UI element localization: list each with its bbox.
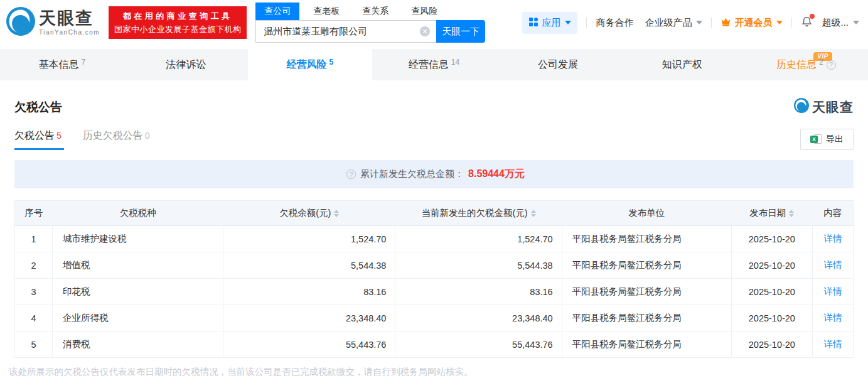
summary-banner: ? 累计新发生欠税总金额： 8.59444万元 bbox=[14, 160, 854, 188]
help-icon[interactable]: ? bbox=[346, 170, 356, 179]
search-area: 查公司 查老板 查关系 查风险 ✕ 天眼一下 bbox=[255, 3, 485, 43]
tab-intellectual-property[interactable]: 知识产权 bbox=[620, 49, 744, 80]
search-button[interactable]: 天眼一下 bbox=[436, 20, 485, 43]
nav-enterprise-products[interactable]: 企业级产品 bbox=[645, 17, 702, 29]
bell-icon bbox=[801, 19, 813, 30]
summary-label: 累计新发生欠税总金额： bbox=[360, 168, 464, 180]
col-header-balance[interactable]: 欠税余额(元) bbox=[223, 201, 395, 226]
search-tab-risk[interactable]: 查风险 bbox=[402, 3, 446, 20]
col-header-tax-type: 欠税税种 bbox=[53, 201, 223, 226]
cell-no: 3 bbox=[15, 279, 53, 305]
tab-basic-info[interactable]: 基本信息7 bbox=[0, 49, 124, 80]
top-header: 天眼查 TianYanCha.com 都在用的商业查询工具 国家中小企业发展子基… bbox=[0, 0, 868, 49]
promo-banner: 都在用的商业查询工具 国家中小企业发展子基金旗下机构 bbox=[109, 6, 247, 39]
brand-name: 天眼查 bbox=[39, 10, 100, 27]
excel-icon: X bbox=[810, 134, 822, 144]
detail-link[interactable]: 详情 bbox=[823, 260, 842, 270]
sort-icon[interactable] bbox=[531, 210, 536, 217]
cell-publisher: 平阳县税务局鳌江税务分局 bbox=[562, 331, 731, 358]
cell-balance: 83.16 bbox=[223, 279, 395, 305]
chevron-down-icon bbox=[853, 21, 859, 24]
disclaimer-note: 该处所展示的欠税公告仅代表发布日期时的欠税情况，当前该公司是否已完成税款缴交，请… bbox=[9, 366, 854, 378]
sort-icon[interactable] bbox=[334, 210, 339, 217]
cell-date: 2025-10-20 bbox=[731, 252, 812, 279]
chevron-down-icon bbox=[776, 21, 783, 24]
promo-line1: 都在用的商业查询工具 bbox=[123, 11, 233, 22]
cell-publisher: 平阳县税务局鳌江税务分局 bbox=[562, 226, 731, 252]
search-tabs: 查公司 查老板 查关系 查风险 bbox=[255, 3, 485, 20]
export-button[interactable]: X 导出 bbox=[800, 129, 854, 150]
col-header-date[interactable]: 发布日期 bbox=[731, 201, 812, 226]
cell-tax-type: 增值税 bbox=[53, 252, 223, 279]
cell-no: 4 bbox=[15, 305, 53, 331]
cell-new-amount: 23,348.40 bbox=[395, 305, 562, 331]
col-header-new-amount[interactable]: 当前新发生的欠税金额(元) bbox=[395, 201, 562, 226]
table-row: 1 城市维护建设税 1,524.70 1,524.70 平阳县税务局鳌江税务分局… bbox=[15, 226, 854, 252]
detail-link[interactable]: 详情 bbox=[823, 339, 842, 349]
tax-arrears-section: 欠税公告 天眼查 欠税公告5 历史欠税公告0 X 导出 bbox=[0, 80, 868, 378]
table-row: 5 消费税 55,443.76 55,443.76 平阳县税务局鳌江税务分局 2… bbox=[15, 331, 854, 358]
cell-publisher: 平阳县税务局鳌江税务分局 bbox=[562, 305, 731, 331]
subtab-history-arrears[interactable]: 历史欠税公告0 bbox=[83, 129, 150, 150]
tab-operating-risk[interactable]: 经营风险5 bbox=[248, 49, 372, 80]
cell-date: 2025-10-20 bbox=[731, 305, 812, 331]
tianyancha-swirl-icon bbox=[794, 98, 809, 116]
table-row: 3 印花税 83.16 83.16 平阳县税务局鳌江税务分局 2025-10-2… bbox=[15, 279, 854, 305]
top-nav: 应用 商务合作 企业级产品 开通会员 bbox=[522, 12, 859, 34]
cell-balance: 23,348.40 bbox=[223, 305, 395, 331]
brand-domain: TianYanCha.com bbox=[39, 29, 100, 36]
cell-no: 2 bbox=[15, 252, 53, 279]
tab-company-development[interactable]: 公司发展 bbox=[496, 49, 620, 80]
cell-tax-type: 消费税 bbox=[53, 331, 223, 358]
col-header-no: 序号 bbox=[15, 201, 53, 226]
cell-publisher: 平阳县税务局鳌江税务分局 bbox=[562, 252, 731, 279]
cell-tax-type: 企业所得税 bbox=[53, 305, 223, 331]
tax-arrears-table: 序号 欠税税种 欠税余额(元) 当前新发生的欠税金额(元) 发布单位 发布日期 … bbox=[14, 200, 854, 358]
cell-tax-type: 印花税 bbox=[53, 279, 223, 305]
cell-tax-type: 城市维护建设税 bbox=[53, 226, 223, 252]
chevron-down-icon bbox=[696, 21, 702, 24]
detail-link[interactable]: 详情 bbox=[823, 313, 842, 323]
cell-no: 5 bbox=[15, 331, 53, 358]
tab-operating-info[interactable]: 经营信息14 bbox=[372, 49, 496, 80]
tab-legal-proceedings[interactable]: 法律诉讼 bbox=[124, 49, 249, 80]
search-tab-relation[interactable]: 查关系 bbox=[353, 3, 397, 20]
col-header-publisher: 发布单位 bbox=[562, 201, 731, 226]
tianyancha-watermark: 天眼查 bbox=[794, 98, 854, 116]
help-icon[interactable]: ? bbox=[827, 60, 836, 70]
table-row: 2 增值税 5,544.38 5,544.38 平阳县税务局鳌江税务分局 202… bbox=[15, 252, 854, 279]
cell-date: 2025-10-20 bbox=[731, 279, 812, 305]
nav-business-cooperation[interactable]: 商务合作 bbox=[596, 17, 633, 29]
sort-icon[interactable] bbox=[789, 210, 794, 217]
promo-line2: 国家中小企业发展子基金旗下机构 bbox=[114, 24, 242, 35]
chevron-down-icon bbox=[565, 21, 571, 24]
nav-open-vip[interactable]: 开通会员 bbox=[721, 17, 783, 29]
tianyancha-logo[interactable]: 天眼查 TianYanCha.com bbox=[6, 7, 100, 38]
detail-link[interactable]: 详情 bbox=[823, 234, 842, 244]
search-tab-boss[interactable]: 查老板 bbox=[304, 3, 348, 20]
col-header-content: 内容 bbox=[812, 201, 853, 226]
apps-grid-icon bbox=[528, 17, 538, 29]
cell-no: 1 bbox=[15, 226, 53, 252]
search-input[interactable] bbox=[255, 20, 436, 43]
cell-balance: 5,544.38 bbox=[223, 252, 395, 279]
tianyancha-page: 天眼查 TianYanCha.com 都在用的商业查询工具 国家中小企业发展子基… bbox=[0, 0, 868, 388]
table-header-row: 序号 欠税税种 欠税余额(元) 当前新发生的欠税金额(元) 发布单位 发布日期 … bbox=[15, 201, 854, 226]
crown-icon bbox=[721, 17, 731, 28]
table-row: 4 企业所得税 23,348.40 23,348.40 平阳县税务局鳌江税务分局… bbox=[15, 305, 854, 331]
tax-table-body: 1 城市维护建设税 1,524.70 1,524.70 平阳县税务局鳌江税务分局… bbox=[15, 226, 854, 358]
notification-dot bbox=[810, 14, 815, 19]
cell-balance: 1,524.70 bbox=[223, 226, 395, 252]
search-tab-company[interactable]: 查公司 bbox=[255, 3, 299, 20]
notifications-bell[interactable] bbox=[801, 16, 813, 30]
cell-new-amount: 83.16 bbox=[395, 279, 562, 305]
apps-menu[interactable]: 应用 bbox=[522, 12, 577, 34]
company-section-tabs: 基本信息7 法律诉讼 经营风险5 经营信息14 公司发展 知识产权 VIP 历史… bbox=[0, 49, 868, 80]
detail-link[interactable]: 详情 bbox=[823, 286, 842, 296]
tax-subtabs: 欠税公告5 历史欠税公告0 bbox=[14, 129, 150, 150]
cell-date: 2025-10-20 bbox=[731, 226, 812, 252]
user-account-menu[interactable]: 超级... bbox=[822, 17, 859, 29]
subtab-current-arrears[interactable]: 欠税公告5 bbox=[14, 129, 62, 150]
tab-history-info[interactable]: VIP 历史信息2 ? bbox=[744, 49, 868, 80]
cell-new-amount: 1,524.70 bbox=[395, 226, 562, 252]
